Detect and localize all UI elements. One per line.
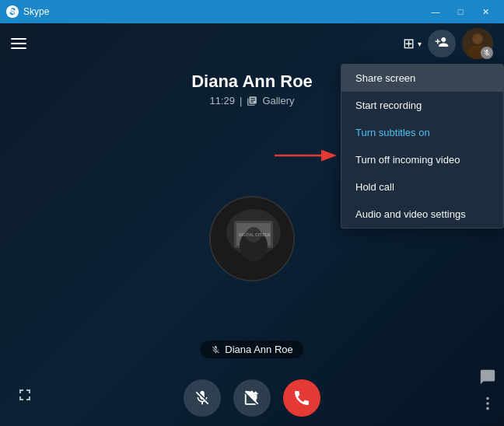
gallery-icon: [247, 96, 257, 106]
top-bar-right: ⊞ ▾: [403, 28, 493, 59]
mute-button[interactable]: [184, 379, 221, 417]
arrow-svg: [271, 145, 341, 166]
caller-name: Diana Ann Roe: [225, 344, 292, 355]
maximize-button[interactable]: □: [448, 0, 473, 23]
time-value: 11:29: [209, 95, 235, 106]
menu-item-incoming-video[interactable]: Turn off incoming video: [341, 146, 503, 173]
add-person-button[interactable]: [428, 30, 456, 58]
svg-point-13: [486, 397, 489, 400]
avatar-mute-badge: [481, 47, 493, 59]
menu-item-share-screen-label: Share screen: [355, 72, 415, 84]
profile-image: DIGITAL CITIZEN: [211, 197, 293, 280]
menu-item-subtitles[interactable]: Turn subtitles on: [341, 119, 503, 146]
expand-icon-area[interactable]: [16, 386, 34, 407]
menu-item-audio-video-settings[interactable]: Audio and video settings: [341, 201, 503, 228]
fullscreen-icon: [16, 386, 34, 404]
skype-logo-icon: [6, 5, 19, 18]
svg-point-3: [473, 34, 482, 44]
title-bar-left: Skype: [6, 5, 49, 18]
layout-icon: ⊞: [403, 35, 415, 52]
window-controls: — □ ✕: [423, 0, 498, 23]
title-bar: Skype — □ ✕: [0, 0, 504, 23]
layout-label: Gallery: [262, 95, 294, 106]
more-icon-area[interactable]: [479, 395, 496, 415]
menu-item-share-screen[interactable]: Share screen: [341, 65, 503, 92]
arrow-indicator: [271, 145, 341, 169]
right-icons: [479, 368, 496, 415]
layout-button[interactable]: ⊞ ▾: [403, 35, 422, 52]
more-icon: [479, 395, 496, 412]
hamburger-line-1: [11, 38, 26, 40]
svg-point-14: [486, 402, 489, 405]
menu-item-subtitles-label: Turn subtitles on: [355, 127, 430, 138]
mic-off-icon: [211, 345, 220, 354]
menu-item-hold-call[interactable]: Hold call: [341, 173, 503, 201]
main-area: ⊞ ▾: [0, 23, 504, 426]
menu-item-start-recording-label: Start recording: [355, 100, 422, 111]
mic-off-button-icon: [194, 389, 211, 407]
video-button[interactable]: [233, 379, 271, 417]
caller-label: Diana Ann Roe: [200, 340, 303, 358]
svg-point-15: [486, 407, 489, 410]
end-call-button[interactable]: [283, 379, 320, 417]
app-title: Skype: [23, 6, 49, 17]
close-button[interactable]: ✕: [473, 0, 498, 23]
menu-item-audio-video-settings-label: Audio and video settings: [355, 208, 466, 220]
separator: |: [240, 95, 242, 106]
avatar[interactable]: [462, 28, 493, 59]
hamburger-menu[interactable]: [11, 38, 26, 49]
hamburger-line-3: [11, 47, 26, 49]
minimize-button[interactable]: —: [423, 0, 448, 23]
hamburger-line-2: [11, 43, 26, 44]
profile-circle: DIGITAL CITIZEN: [209, 196, 295, 281]
add-person-icon: [435, 35, 449, 52]
chat-icon: [479, 368, 496, 386]
end-call-icon: [292, 389, 311, 407]
svg-text:DIGITAL CITIZEN: DIGITAL CITIZEN: [239, 232, 271, 237]
profile-photo: DIGITAL CITIZEN: [211, 197, 295, 281]
chat-icon-area[interactable]: [479, 368, 496, 389]
layout-chevron-icon: ▾: [418, 40, 422, 48]
context-menu: Share screen Start recording Turn subtit…: [341, 64, 504, 229]
bottom-controls: [0, 370, 504, 426]
menu-item-start-recording[interactable]: Start recording: [341, 92, 503, 119]
menu-item-hold-call-label: Hold call: [355, 181, 394, 193]
menu-item-incoming-video-label: Turn off incoming video: [355, 154, 460, 166]
video-off-icon: [243, 389, 261, 407]
top-bar: ⊞ ▾: [0, 23, 504, 64]
